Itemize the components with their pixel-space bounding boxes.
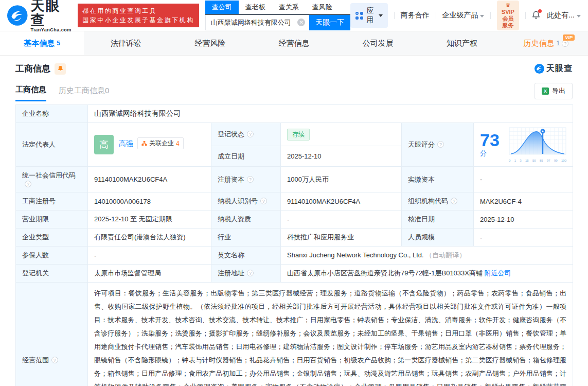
user-menu[interactable]: 此处有... (547, 11, 581, 20)
english-name-value: Shanxi Jucheng Network Technology Co., L… (281, 247, 573, 265)
tab-basic-info[interactable]: 基本信息5 (0, 31, 84, 55)
business-term-label: 营业期限 (16, 210, 88, 229)
reg-status-value: 存续 (281, 123, 402, 146)
apps-menu[interactable]: 应用 (350, 3, 388, 28)
table-row: 登记机关 太原市市场监督管理局 注册地址? 山西省太原市小店区营盘街道亲贤北街7… (16, 265, 573, 283)
help-icon[interactable]: ? (437, 141, 444, 148)
score-cell[interactable]: 73分 (474, 123, 573, 167)
search-tabs: 查公司 查老板 查关系 查风险 (205, 1, 350, 15)
table-row: 参保人数 - 英文名称 Shanxi Jucheng Network Techn… (16, 247, 573, 265)
org-code-value: MAK2U6CF-4 (474, 192, 573, 210)
org-code-label: 组织机构代码? (402, 192, 474, 210)
help-icon[interactable]: ? (247, 131, 254, 137)
table-row: 营业期限 2025-12-10 至 无固定期限 纳税人资质 - 核准日期 202… (16, 210, 573, 229)
bell-icon (57, 65, 64, 72)
tianyancha-logo[interactable]: 天眼查 TianYanCha.com (7, 0, 73, 32)
legal-rep-name-link[interactable]: 高强 (119, 139, 133, 148)
business-registration-table: 企业名称 山西聚诚网络科技有限公司 法定代表人 高高强 关联企业 4 登记状态?… (15, 104, 573, 386)
help-icon[interactable]: ? (451, 198, 457, 204)
brand-slogan: 都在用的商业查询工具 国家中小企业发展子基金旗下机构 (78, 4, 199, 27)
subtab-business-registration[interactable]: 工商信息 (15, 85, 46, 101)
approval-date-label: 核准日期 (402, 210, 474, 229)
menu-enterprise-products[interactable]: 企业级产品 (442, 11, 484, 20)
insured-count-value: - (88, 247, 211, 265)
legal-rep-cell: 高高强 关联企业 4 (88, 123, 211, 167)
legal-rep-label: 法定代表人 (16, 123, 88, 167)
notification-dot (538, 9, 542, 13)
reg-address-label: 注册地址? (211, 265, 281, 283)
menu-business-cooperation[interactable]: 商务合作 (401, 11, 430, 20)
reg-authority-label: 登记机关 (16, 265, 88, 283)
company-name-value: 山西聚诚网络科技有限公司 (88, 105, 573, 123)
watermark-logo: 天眼查 (534, 63, 573, 74)
vip-badge: VIP (563, 34, 575, 41)
company-nav-tabs: 基本信息5 法律诉讼 经营风险 经营信息 公司发展 知识产权 VIP 历史信息1… (0, 31, 588, 56)
search-button[interactable]: 天眼一下 (309, 15, 350, 30)
company-type-value: 有限责任公司(港澳台法人独资) (88, 229, 211, 247)
industry-value: 科技推广和应用服务业 (281, 229, 402, 247)
staff-size-label: 人员规模 (402, 229, 474, 247)
org-chart-icon (141, 141, 147, 146)
divider (525, 12, 526, 19)
tianyancha-logo-icon (7, 5, 28, 26)
divider (394, 12, 395, 19)
score-distribution-chart: 01 315 5085 9799 100 (509, 127, 566, 162)
brand-name: 天眼查 (31, 0, 73, 27)
score-axis: 01 315 5085 9799 100 (509, 159, 566, 162)
staff-size-value: - (474, 229, 573, 247)
reg-status-label: 登记状态? (211, 123, 281, 146)
status-badge: 存续 (287, 129, 310, 141)
notifications-button[interactable] (531, 10, 541, 21)
tab-company-development[interactable]: 公司发展 (336, 31, 420, 55)
help-icon[interactable]: ? (247, 176, 254, 183)
search-tab-relation[interactable]: 查关系 (272, 1, 306, 14)
tab-legal-proceedings[interactable]: 法律诉讼 (84, 31, 168, 55)
approval-date-value: 2025-12-10 (474, 210, 573, 229)
taxpayer-quali-label: 纳税人资质 (211, 210, 281, 229)
table-row: 法定代表人 高高强 关联企业 4 登记状态? 存续 天眼评分? 73分 (16, 123, 573, 146)
insured-count-label: 参保人数 (16, 247, 88, 265)
svip-membership-button[interactable]: ♛ SVIP 会员服务 (497, 1, 519, 30)
help-icon[interactable]: ? (247, 270, 254, 276)
establish-date-label: 成立日期 (211, 146, 281, 167)
search-tab-risk[interactable]: 查风险 (306, 1, 339, 14)
help-icon[interactable]: ? (51, 357, 58, 363)
help-icon[interactable]: ? (562, 40, 568, 47)
tab-history-info[interactable]: VIP 历史信息1 ? (504, 31, 588, 55)
auto-translate-note: （自动翻译） (425, 251, 466, 259)
tab-business-info[interactable]: 经营信息 (252, 31, 336, 55)
taxpayer-id-value: 91140100MAK2U6CF4A (281, 192, 402, 210)
reg-capital-value: 1000万人民币 (281, 167, 402, 192)
section-title: 工商信息 (15, 63, 50, 75)
related-companies-badge[interactable]: 关联企业 4 (137, 137, 184, 149)
legal-rep-avatar[interactable]: 高 (94, 135, 114, 154)
paid-capital-value: - (474, 167, 573, 192)
business-scope-value: 许可项目：餐饮服务；生活美容服务；出版物零售；第三类医疗器械经营；理发服务；道路… (88, 283, 573, 386)
credit-code-value: 91140100MAK2U6CF4A (88, 167, 211, 192)
reg-address-value: 山西省太原市小店区营盘街道亲贤北街79号72幢-1层B01033X商铺 附近公司 (281, 265, 573, 283)
reg-number-value: 14010000A006178 (88, 192, 211, 210)
subtab-history-registration[interactable]: 历史工商信息0 (59, 86, 109, 101)
search-tab-company[interactable]: 查公司 (205, 1, 239, 14)
taxpayer-id-label: 纳税人识别号? (211, 192, 281, 210)
table-row: 统一社会信用代码? 91140100MAK2U6CF4A 注册资本? 1000万… (16, 167, 573, 192)
search-input[interactable] (206, 19, 309, 26)
chevron-down-icon (379, 14, 383, 17)
monitor-bell-button[interactable] (55, 63, 66, 75)
help-icon[interactable]: ? (25, 181, 31, 187)
table-row: 工商注册号 14010000A006178 纳税人识别号? 91140100MA… (16, 192, 573, 210)
industry-label: 行业 (211, 229, 281, 247)
chevron-down-icon (480, 15, 484, 17)
score-value: 73 (480, 130, 500, 150)
tab-operation-risk[interactable]: 经营风险 (168, 31, 252, 55)
search-tab-boss[interactable]: 查老板 (239, 1, 272, 14)
chevron-down-icon (577, 15, 581, 17)
reg-authority-value: 太原市市场监督管理局 (88, 265, 211, 283)
reg-capital-label: 注册资本? (211, 167, 281, 192)
tab-intellectual-property[interactable]: 知识产权 (420, 31, 504, 55)
help-icon[interactable]: ? (260, 198, 267, 204)
table-row: 企业类型 有限责任公司(港澳台法人独资) 行业 科技推广和应用服务业 人员规模 … (16, 229, 573, 247)
export-button[interactable]: X 导出 (534, 83, 573, 99)
taxpayer-quali-value: - (281, 210, 402, 229)
nearby-companies-link[interactable]: 附近公司 (485, 269, 511, 277)
